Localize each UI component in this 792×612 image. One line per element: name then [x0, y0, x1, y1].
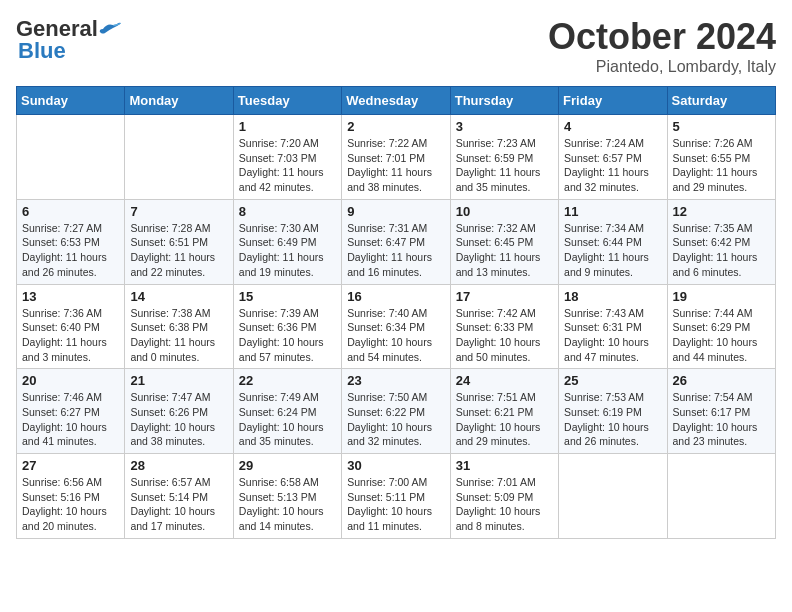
calendar-cell: 11Sunrise: 7:34 AM Sunset: 6:44 PM Dayli… — [559, 199, 667, 284]
day-info: Sunrise: 7:26 AM Sunset: 6:55 PM Dayligh… — [673, 136, 770, 195]
day-number: 10 — [456, 204, 553, 219]
calendar-cell: 10Sunrise: 7:32 AM Sunset: 6:45 PM Dayli… — [450, 199, 558, 284]
day-info: Sunrise: 7:34 AM Sunset: 6:44 PM Dayligh… — [564, 221, 661, 280]
day-number: 31 — [456, 458, 553, 473]
day-info: Sunrise: 7:47 AM Sunset: 6:26 PM Dayligh… — [130, 390, 227, 449]
month-title: October 2024 — [548, 16, 776, 58]
day-info: Sunrise: 7:46 AM Sunset: 6:27 PM Dayligh… — [22, 390, 119, 449]
calendar-cell: 4Sunrise: 7:24 AM Sunset: 6:57 PM Daylig… — [559, 115, 667, 200]
calendar-cell: 26Sunrise: 7:54 AM Sunset: 6:17 PM Dayli… — [667, 369, 775, 454]
day-number: 30 — [347, 458, 444, 473]
day-info: Sunrise: 7:51 AM Sunset: 6:21 PM Dayligh… — [456, 390, 553, 449]
day-info: Sunrise: 7:54 AM Sunset: 6:17 PM Dayligh… — [673, 390, 770, 449]
day-info: Sunrise: 7:23 AM Sunset: 6:59 PM Dayligh… — [456, 136, 553, 195]
calendar-week-row: 20Sunrise: 7:46 AM Sunset: 6:27 PM Dayli… — [17, 369, 776, 454]
location: Piantedo, Lombardy, Italy — [548, 58, 776, 76]
calendar-cell: 29Sunrise: 6:58 AM Sunset: 5:13 PM Dayli… — [233, 454, 341, 539]
page-header: General Blue October 2024 Piantedo, Lomb… — [16, 16, 776, 76]
calendar-cell: 19Sunrise: 7:44 AM Sunset: 6:29 PM Dayli… — [667, 284, 775, 369]
day-info: Sunrise: 7:44 AM Sunset: 6:29 PM Dayligh… — [673, 306, 770, 365]
day-info: Sunrise: 7:53 AM Sunset: 6:19 PM Dayligh… — [564, 390, 661, 449]
day-number: 16 — [347, 289, 444, 304]
calendar-cell — [125, 115, 233, 200]
calendar-cell: 3Sunrise: 7:23 AM Sunset: 6:59 PM Daylig… — [450, 115, 558, 200]
calendar-cell — [17, 115, 125, 200]
day-info: Sunrise: 7:28 AM Sunset: 6:51 PM Dayligh… — [130, 221, 227, 280]
calendar-cell: 16Sunrise: 7:40 AM Sunset: 6:34 PM Dayli… — [342, 284, 450, 369]
calendar-cell: 27Sunrise: 6:56 AM Sunset: 5:16 PM Dayli… — [17, 454, 125, 539]
calendar-cell: 7Sunrise: 7:28 AM Sunset: 6:51 PM Daylig… — [125, 199, 233, 284]
calendar-cell: 23Sunrise: 7:50 AM Sunset: 6:22 PM Dayli… — [342, 369, 450, 454]
day-number: 9 — [347, 204, 444, 219]
day-number: 5 — [673, 119, 770, 134]
day-info: Sunrise: 7:36 AM Sunset: 6:40 PM Dayligh… — [22, 306, 119, 365]
calendar-cell: 22Sunrise: 7:49 AM Sunset: 6:24 PM Dayli… — [233, 369, 341, 454]
day-info: Sunrise: 7:50 AM Sunset: 6:22 PM Dayligh… — [347, 390, 444, 449]
calendar-cell: 8Sunrise: 7:30 AM Sunset: 6:49 PM Daylig… — [233, 199, 341, 284]
calendar-week-row: 6Sunrise: 7:27 AM Sunset: 6:53 PM Daylig… — [17, 199, 776, 284]
day-number: 1 — [239, 119, 336, 134]
day-info: Sunrise: 7:43 AM Sunset: 6:31 PM Dayligh… — [564, 306, 661, 365]
day-number: 2 — [347, 119, 444, 134]
calendar-cell: 14Sunrise: 7:38 AM Sunset: 6:38 PM Dayli… — [125, 284, 233, 369]
calendar-week-row: 27Sunrise: 6:56 AM Sunset: 5:16 PM Dayli… — [17, 454, 776, 539]
day-number: 29 — [239, 458, 336, 473]
day-info: Sunrise: 6:58 AM Sunset: 5:13 PM Dayligh… — [239, 475, 336, 534]
calendar-table: SundayMondayTuesdayWednesdayThursdayFrid… — [16, 86, 776, 539]
calendar-header-saturday: Saturday — [667, 87, 775, 115]
day-number: 20 — [22, 373, 119, 388]
day-info: Sunrise: 7:01 AM Sunset: 5:09 PM Dayligh… — [456, 475, 553, 534]
logo-bird-icon — [99, 21, 121, 37]
calendar-header-monday: Monday — [125, 87, 233, 115]
day-number: 4 — [564, 119, 661, 134]
day-number: 24 — [456, 373, 553, 388]
day-number: 3 — [456, 119, 553, 134]
day-number: 11 — [564, 204, 661, 219]
calendar-cell — [559, 454, 667, 539]
day-number: 26 — [673, 373, 770, 388]
calendar-header-sunday: Sunday — [17, 87, 125, 115]
day-number: 15 — [239, 289, 336, 304]
day-info: Sunrise: 7:32 AM Sunset: 6:45 PM Dayligh… — [456, 221, 553, 280]
calendar-cell: 5Sunrise: 7:26 AM Sunset: 6:55 PM Daylig… — [667, 115, 775, 200]
calendar-header-friday: Friday — [559, 87, 667, 115]
calendar-header-row: SundayMondayTuesdayWednesdayThursdayFrid… — [17, 87, 776, 115]
day-info: Sunrise: 7:20 AM Sunset: 7:03 PM Dayligh… — [239, 136, 336, 195]
title-block: October 2024 Piantedo, Lombardy, Italy — [548, 16, 776, 76]
day-info: Sunrise: 7:38 AM Sunset: 6:38 PM Dayligh… — [130, 306, 227, 365]
calendar-header-tuesday: Tuesday — [233, 87, 341, 115]
calendar-cell: 17Sunrise: 7:42 AM Sunset: 6:33 PM Dayli… — [450, 284, 558, 369]
day-info: Sunrise: 7:24 AM Sunset: 6:57 PM Dayligh… — [564, 136, 661, 195]
calendar-cell: 30Sunrise: 7:00 AM Sunset: 5:11 PM Dayli… — [342, 454, 450, 539]
day-info: Sunrise: 7:00 AM Sunset: 5:11 PM Dayligh… — [347, 475, 444, 534]
day-number: 23 — [347, 373, 444, 388]
day-info: Sunrise: 6:56 AM Sunset: 5:16 PM Dayligh… — [22, 475, 119, 534]
day-number: 7 — [130, 204, 227, 219]
day-info: Sunrise: 7:35 AM Sunset: 6:42 PM Dayligh… — [673, 221, 770, 280]
calendar-cell — [667, 454, 775, 539]
calendar-week-row: 1Sunrise: 7:20 AM Sunset: 7:03 PM Daylig… — [17, 115, 776, 200]
day-info: Sunrise: 7:39 AM Sunset: 6:36 PM Dayligh… — [239, 306, 336, 365]
calendar-cell: 15Sunrise: 7:39 AM Sunset: 6:36 PM Dayli… — [233, 284, 341, 369]
calendar-cell: 18Sunrise: 7:43 AM Sunset: 6:31 PM Dayli… — [559, 284, 667, 369]
calendar-cell: 9Sunrise: 7:31 AM Sunset: 6:47 PM Daylig… — [342, 199, 450, 284]
day-number: 22 — [239, 373, 336, 388]
calendar-cell: 2Sunrise: 7:22 AM Sunset: 7:01 PM Daylig… — [342, 115, 450, 200]
calendar-cell: 31Sunrise: 7:01 AM Sunset: 5:09 PM Dayli… — [450, 454, 558, 539]
day-info: Sunrise: 7:40 AM Sunset: 6:34 PM Dayligh… — [347, 306, 444, 365]
day-info: Sunrise: 7:31 AM Sunset: 6:47 PM Dayligh… — [347, 221, 444, 280]
day-number: 21 — [130, 373, 227, 388]
calendar-cell: 25Sunrise: 7:53 AM Sunset: 6:19 PM Dayli… — [559, 369, 667, 454]
day-info: Sunrise: 7:30 AM Sunset: 6:49 PM Dayligh… — [239, 221, 336, 280]
day-info: Sunrise: 6:57 AM Sunset: 5:14 PM Dayligh… — [130, 475, 227, 534]
day-number: 8 — [239, 204, 336, 219]
day-info: Sunrise: 7:27 AM Sunset: 6:53 PM Dayligh… — [22, 221, 119, 280]
calendar-cell: 13Sunrise: 7:36 AM Sunset: 6:40 PM Dayli… — [17, 284, 125, 369]
calendar-cell: 12Sunrise: 7:35 AM Sunset: 6:42 PM Dayli… — [667, 199, 775, 284]
day-info: Sunrise: 7:22 AM Sunset: 7:01 PM Dayligh… — [347, 136, 444, 195]
day-number: 28 — [130, 458, 227, 473]
day-number: 25 — [564, 373, 661, 388]
calendar-cell: 28Sunrise: 6:57 AM Sunset: 5:14 PM Dayli… — [125, 454, 233, 539]
day-number: 17 — [456, 289, 553, 304]
day-number: 18 — [564, 289, 661, 304]
